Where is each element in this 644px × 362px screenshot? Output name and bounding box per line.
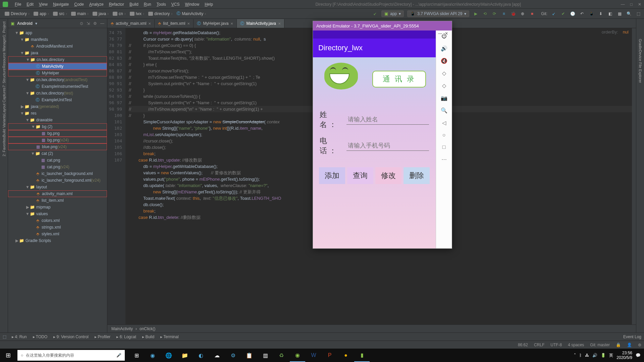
breadcrumb-item[interactable]: src› xyxy=(51,11,69,17)
menu-edit[interactable]: Edit xyxy=(24,1,36,7)
chrome-icon[interactable]: 🌐 xyxy=(161,349,176,362)
windows-search[interactable]: ○ 在这里输入你要搜索的内容 🎤 xyxy=(17,350,125,361)
delete-button[interactable]: 删除 xyxy=(404,167,430,184)
emulator-window[interactable]: Android Emulator - 3.7_FWVGA_slider_API_… xyxy=(313,21,452,249)
hide-icon[interactable]: — xyxy=(100,21,104,26)
menu-tools[interactable]: Tools xyxy=(154,1,169,7)
phone-input[interactable] xyxy=(346,141,429,151)
tree-item[interactable]: ⒸMainActivity xyxy=(8,63,107,70)
debug-icon[interactable]: ⟳ xyxy=(491,11,497,17)
emulator-side-button[interactable]: 🔊 xyxy=(441,45,447,52)
mic-icon[interactable]: 🎤 xyxy=(116,353,121,358)
emulator-side-button[interactable]: 🔇 xyxy=(441,58,447,64)
breadcrumb-item[interactable]: main› xyxy=(69,11,91,17)
tray-ime-label[interactable]: 英 xyxy=(609,353,613,358)
tray-bluetooth-icon[interactable]: ᛒ xyxy=(579,353,582,358)
breadcrumb-item[interactable]: app› xyxy=(32,11,51,17)
bottom-tab[interactable]: ▸ TODO xyxy=(33,335,48,339)
emu-close-icon[interactable]: ✕ xyxy=(445,31,448,38)
tree-item[interactable]: ▼📁cn.lwx.directory (androidTest) xyxy=(8,76,107,83)
menu-refactor[interactable]: Refactor xyxy=(106,1,127,7)
bottom-tab[interactable]: ▸ Profiler xyxy=(95,335,110,339)
project-view-selector[interactable]: Android xyxy=(17,21,33,26)
tree-item[interactable]: ▦bg.png (v24) xyxy=(8,137,107,143)
left-tab[interactable]: 1: Project xyxy=(2,21,6,37)
app4-icon[interactable]: ♻ xyxy=(274,349,289,362)
apply-changes-icon[interactable]: ⟲ xyxy=(482,11,488,17)
app5-icon[interactable]: ● xyxy=(338,349,354,362)
tree-item[interactable]: ▼📁manifests xyxy=(8,36,107,43)
right-tab[interactable]: Gradle xyxy=(638,39,642,50)
file-encoding[interactable]: UTF-8 xyxy=(550,343,562,347)
tray-volume-icon[interactable]: 🔊 xyxy=(592,353,597,358)
vcs-update-icon[interactable]: ↙ xyxy=(551,11,557,17)
tree-item[interactable]: ▼📁cat (2) xyxy=(8,150,107,157)
tray-chevron-icon[interactable]: ˄ xyxy=(574,353,576,358)
name-input[interactable] xyxy=(346,115,429,125)
left-tab[interactable]: Resource Manager xyxy=(2,37,6,68)
settings-icon[interactable]: ⬚ xyxy=(635,11,641,17)
menu-run[interactable]: Run xyxy=(141,1,154,7)
tree-item[interactable]: ▼📁res xyxy=(8,110,107,117)
menu-view[interactable]: View xyxy=(36,1,50,7)
emulator-taskbar-icon[interactable]: ▮ xyxy=(354,349,370,362)
emulator-screen[interactable]: Directory_lwx 通 讯 录 姓 名： 电 话： 添加 查 xyxy=(313,31,436,248)
tree-item[interactable]: ▼📁app xyxy=(8,29,107,36)
emulator-side-button[interactable]: 📷 xyxy=(441,95,447,101)
settings-gear-icon[interactable]: ⚙ xyxy=(93,21,97,26)
powerpoint-icon[interactable]: P xyxy=(322,349,337,362)
bottom-tab[interactable]: ▸ 9: Version Control xyxy=(53,335,89,339)
layout-inspector-icon[interactable]: ◧ xyxy=(607,11,613,17)
emulator-side-button[interactable]: ◁ xyxy=(442,120,446,126)
tray-clock[interactable]: 23:562020/5/9 xyxy=(616,351,632,360)
emulator-side-button[interactable]: ⋯ xyxy=(441,156,447,163)
minimize-icon[interactable]: — xyxy=(621,2,625,7)
add-button[interactable]: 添加 xyxy=(319,167,345,184)
breadcrumb-item[interactable]: java› xyxy=(91,11,111,17)
emulator-title[interactable]: Android Emulator - 3.7_FWVGA_slider_API_… xyxy=(313,21,452,31)
settings-icon[interactable]: ⚙ xyxy=(225,349,241,362)
tree-item[interactable]: ▦cat.png (v24) xyxy=(8,164,107,170)
tree-item[interactable]: ⬘styles.xml xyxy=(8,231,107,237)
android-studio-icon[interactable]: ◉ xyxy=(290,349,305,362)
tree-item[interactable]: ▼📁values xyxy=(8,210,107,217)
edge-icon[interactable]: ◉ xyxy=(145,349,160,362)
lock-icon[interactable]: 🔒 xyxy=(616,343,621,347)
attach-debugger-icon[interactable]: 🐞 xyxy=(510,11,516,17)
tree-item[interactable]: ⬘list_item.xml xyxy=(8,197,107,204)
tree-item[interactable]: ▼📁java xyxy=(8,50,107,56)
device-selector[interactable]: 📱3.7 FWVGA slider API 29▾ xyxy=(407,10,469,17)
vcs-revert-icon[interactable]: ↶ xyxy=(579,11,585,17)
tree-item[interactable]: ▶📁mipmap xyxy=(8,204,107,210)
breadcrumb-item[interactable]: ⒸMainActivity› xyxy=(174,10,208,17)
update-button[interactable]: 修改 xyxy=(375,167,401,184)
tree-item[interactable]: ⬘AndroidManifest.xml xyxy=(8,43,107,50)
maximize-icon[interactable]: □ xyxy=(630,2,633,7)
coverage-icon[interactable]: ⊕ xyxy=(520,11,526,17)
event-log-tab[interactable]: Event Log xyxy=(623,335,641,339)
bottom-tab[interactable]: ▸ 4: Run xyxy=(12,335,27,339)
tree-item[interactable]: ▶📁java (generated) xyxy=(8,103,107,110)
menu-file[interactable]: File xyxy=(12,1,24,7)
notifications-icon[interactable]: 💬 xyxy=(636,353,641,358)
editor-tab[interactable]: ⒸMyHelper.java✕ xyxy=(194,19,237,28)
profile-icon[interactable]: ≡ xyxy=(501,11,507,17)
stop-icon[interactable]: ■ xyxy=(529,11,535,17)
menu-analyze[interactable]: Analyze xyxy=(87,1,106,7)
menu-code[interactable]: Code xyxy=(71,1,87,7)
app3-icon[interactable]: ▥ xyxy=(258,349,273,362)
emulator-side-button[interactable]: ◇ xyxy=(442,70,446,76)
inspector-icon[interactable]: 👤 xyxy=(627,343,632,347)
run-icon[interactable]: ▶ xyxy=(473,11,479,17)
bottom-tab[interactable]: ▸ Build xyxy=(142,335,154,339)
breadcrumb-item[interactable]: directory› xyxy=(146,11,174,17)
git-branch[interactable]: Git: master xyxy=(590,343,610,347)
tree-item[interactable]: ⬘ic_launcher_background.xml xyxy=(8,170,107,177)
query-button[interactable]: 查询 xyxy=(347,167,373,184)
close-icon[interactable]: ✕ xyxy=(638,2,641,7)
tree-item[interactable]: ▦cat.png xyxy=(8,157,107,164)
avd-manager-icon[interactable]: 📱 xyxy=(588,11,594,17)
vcs-commit-icon[interactable]: ✔ xyxy=(560,11,566,17)
locate-icon[interactable]: ⊙ xyxy=(80,21,83,26)
tree-item[interactable]: ⬘strings.xml xyxy=(8,224,107,231)
